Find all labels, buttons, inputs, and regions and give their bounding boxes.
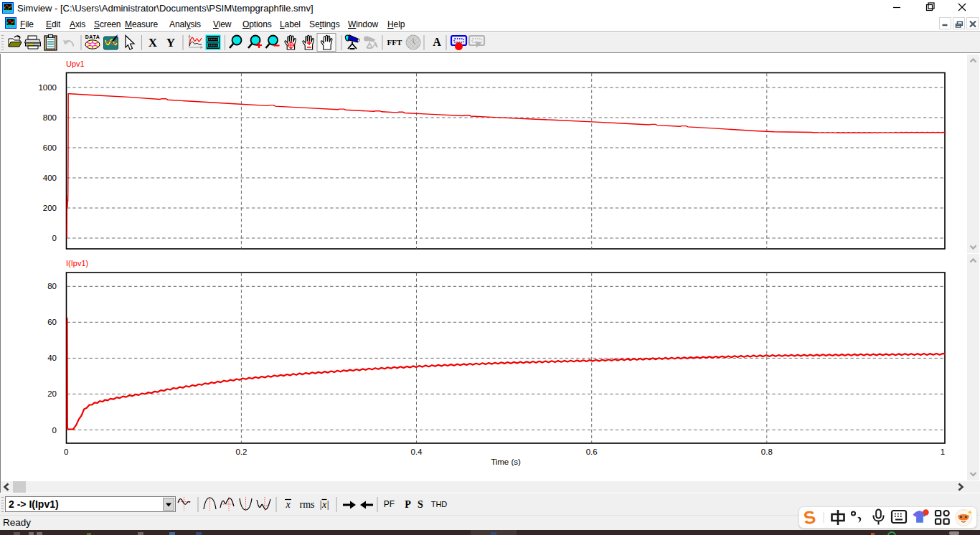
svg-text:0.8: 0.8 [761,448,773,456]
svg-text:P: P [405,499,411,510]
svg-text:rms: rms [300,499,315,510]
svg-text:0: 0 [64,448,68,456]
svg-text:0.2: 0.2 [235,448,247,456]
svg-text:1: 1 [941,448,945,456]
svg-text:600: 600 [43,143,57,152]
svg-text:S: S [802,507,817,528]
svg-text:A: A [372,40,378,49]
svg-text:0: 0 [52,426,57,435]
svg-text:X: X [149,36,158,49]
svg-text:0.6: 0.6 [586,448,598,456]
svg-text:20: 20 [47,389,57,398]
svg-text:1000: 1000 [38,83,57,92]
svg-text:FFT: FFT [387,38,402,47]
svg-text:I(Ipv1): I(Ipv1) [66,259,88,268]
svg-text:80: 80 [47,282,57,290]
svg-text:S: S [418,499,423,510]
svg-text:A: A [433,36,441,48]
svg-text:400: 400 [43,174,57,182]
svg-text:|x|: |x| [319,499,329,510]
svg-text:60: 60 [47,318,57,326]
svg-text:Y: Y [166,36,175,49]
svg-text:Time (s): Time (s) [491,458,521,466]
svg-text:DATA: DATA [85,34,100,39]
svg-text:THD: THD [431,500,448,508]
svg-text:800: 800 [43,113,57,122]
svg-text:0.4: 0.4 [411,448,423,456]
svg-text:0: 0 [52,234,57,242]
svg-text:200: 200 [43,204,57,212]
svg-text:Upv1: Upv1 [66,60,85,68]
svg-text:x: x [285,499,291,510]
svg-text:PF: PF [384,499,395,509]
svg-text:40: 40 [47,354,57,362]
